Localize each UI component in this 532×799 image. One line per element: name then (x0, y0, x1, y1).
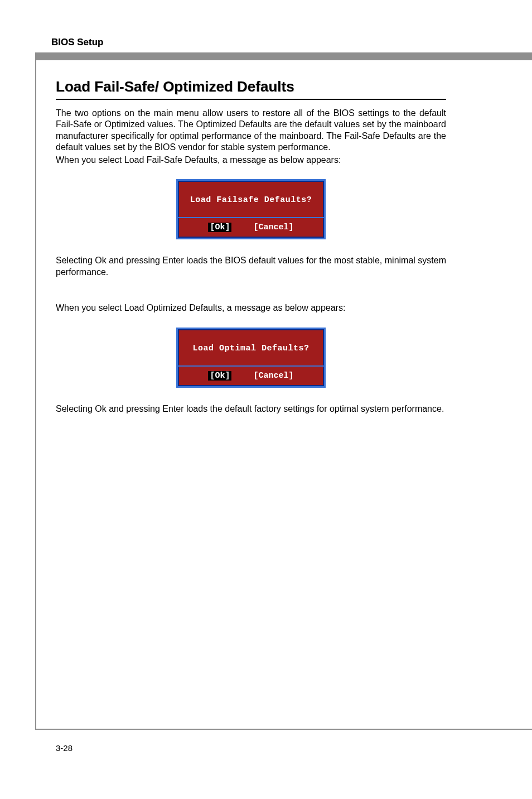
dialog-optimized: Load Optimal Defaults? [Ok] [Cancel] (176, 328, 326, 388)
dialog-failsafe-prompt: Load Failsafe Defaults? (178, 181, 324, 217)
dialog-optimized-buttons: [Ok] [Cancel] (178, 367, 324, 386)
spacer (56, 278, 446, 302)
header-label: BIOS Setup (51, 37, 104, 48)
page-number: 3-28 (56, 743, 72, 753)
ok-button[interactable]: [Ok] (208, 223, 231, 232)
dialog-optimized-prompt: Load Optimal Defaults? (178, 329, 324, 365)
paragraph-optimized-result: Selecting Ok and pressing Enter loads th… (56, 403, 446, 415)
cancel-button[interactable]: [Cancel] (254, 223, 294, 232)
side-rule-bottom (35, 729, 532, 730)
paragraph-failsafe-result: Selecting Ok and pressing Enter loads th… (56, 255, 446, 278)
page: BIOS Setup Load Fail-Safe/ Optimized Def… (0, 0, 532, 799)
side-rule-left (35, 60, 36, 730)
dialog-failsafe-buttons: [Ok] [Cancel] (178, 218, 324, 238)
header-bar (35, 52, 532, 60)
dialog-failsafe: Load Failsafe Defaults? [Ok] [Cancel] (176, 179, 326, 239)
ok-button[interactable]: [Ok] (208, 371, 231, 381)
paragraph-failsafe-lead: When you select Load Fail-Safe Defaults,… (56, 155, 446, 166)
paragraph-intro: The two options on the main menu allow u… (56, 108, 446, 153)
section-rule (56, 99, 446, 100)
paragraph-optimized-lead: When you select Load Optimized Defaults,… (56, 302, 446, 314)
section-title: Load Fail-Safe/ Optimized Defaults (56, 78, 446, 99)
cancel-button[interactable]: [Cancel] (254, 371, 294, 381)
spacer (56, 239, 446, 255)
content-area: Load Fail-Safe/ Optimized Defaults The t… (56, 78, 446, 415)
spacer (56, 388, 446, 403)
